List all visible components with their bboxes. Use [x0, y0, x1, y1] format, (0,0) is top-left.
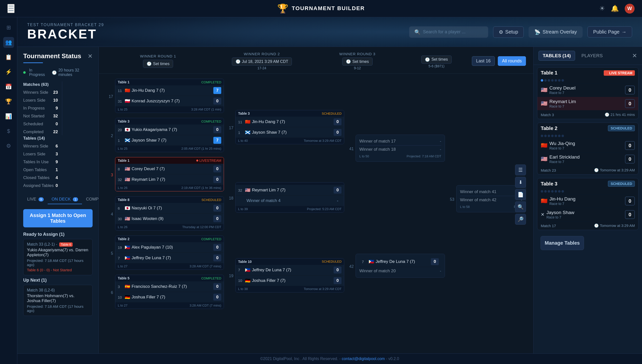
tables-header: Tables (14) [23, 135, 58, 142]
table-1-footer: Match 3 🕐 21 hrs 41 mins [537, 110, 638, 119]
table-3-player-1-info: 🇨🇳 Jin-Hu Dang Race to 7 [541, 196, 625, 206]
match-group-3: 3 Table 1 LIVESTREAM 8 [106, 157, 224, 193]
search-box[interactable]: 🔍 Search for a player ... [409, 26, 488, 38]
nav-left: ☰ [8, 4, 15, 13]
table-1-name: Table 1 [541, 70, 557, 76]
table-3-p1-score: 0 [625, 196, 635, 206]
right-panel-close-button[interactable]: ✕ [632, 52, 637, 59]
round-1-set-times[interactable]: 🕐Set times [143, 60, 173, 68]
sidebar-icon-dollar[interactable]: $ [3, 126, 14, 136]
table-1-match-info: Match 3 [541, 113, 554, 117]
match-6-player-2: 10 🇩🇪 Joshua Filler 7 (7) 0 [115, 292, 224, 302]
bracket-col-1: 17 Table 1 COMPLETED 11 🇨🇳 Jin-Hu Dang 7… [106, 79, 224, 310]
ready-match-card: Match 33 (L2-1) - Table 6 Yukio Akagariy… [23, 239, 93, 275]
tab-complete[interactable]: COMPLETE 22 [82, 195, 99, 204]
table-1-p2-score: 0 [625, 99, 635, 108]
table-card-3: Table 3 SCHEDULED [537, 178, 638, 230]
match-group-2: 2 Table 3 COMPLETED 20 🇯🇵 Yukio Akagariy… [106, 118, 224, 154]
theme-toggle-icon[interactable]: ☀ [599, 5, 605, 12]
stream-overlay-button[interactable]: 📡 Stream Overlay [529, 26, 582, 38]
winner-block-42: 7 🇵🇭 Jeffrey De Luna 7 (7) 0 Winner of m… [356, 254, 445, 278]
table-2-match-info: Match 23 [541, 168, 556, 172]
hamburger-icon[interactable]: ☰ [8, 4, 15, 13]
table-3-match-info: Match 17 [541, 224, 556, 228]
notification-icon[interactable]: 🔔 [611, 5, 619, 12]
bracket-col-3: 41 Winner of match 17 - Winner of match … [347, 79, 445, 310]
table-2-player-2-info: 🇺🇸 Earl Strickland Race to 7 [541, 154, 625, 164]
table-losers-side-row: Losers Side 3 [23, 151, 58, 157]
match-group-1: 17 Table 1 COMPLETED 11 🇨🇳 Jin-Hu Dang 7… [106, 79, 224, 114]
table-2-header: Table 2 SCHEDULED [537, 123, 638, 133]
status-indicator [23, 71, 26, 74]
table-1-player-2-info: 🇺🇸 Reymart Lim Race to 7 [541, 99, 625, 108]
avatar[interactable]: W [625, 4, 634, 14]
public-page-button[interactable]: Public Page → [587, 26, 632, 38]
match-5-footer: L to 27 3:28 AM CDT (7 mins) [115, 264, 224, 270]
match-4-status: SCHEDULED [201, 198, 221, 202]
match-group-5: 5 Table 2 COMPLETED 19 🇵🇭 Alex Pagulayan… [106, 236, 224, 271]
round-2-date[interactable]: 🕐Jul 18, 2021 3:29 AM CDT [232, 58, 292, 66]
round-4-set-times[interactable]: 🕐Set times [421, 56, 452, 64]
tab-on-deck[interactable]: ON DECK 1 [48, 195, 82, 204]
tool-document-button[interactable]: 📄 [515, 189, 526, 200]
right-panel-content[interactable]: Table 1 LIVE STREAM [534, 65, 642, 354]
match-group-53: 53 Winner of match 41 - Winner of match … [448, 185, 526, 214]
table-1-player-2-details: Reymart Lim Race to 7 [549, 99, 576, 108]
tool-search-button[interactable]: 🔍 [515, 202, 526, 212]
setup-button[interactable]: ⚙ Setup [493, 26, 524, 38]
match-19-header: Table 10 SCHEDULED [236, 258, 344, 265]
match-1-player-1: 11 🇨🇳 Jin-Hu Dang 7 (7) 7 [115, 85, 224, 96]
assign-match-button[interactable]: Assign 1 Match to Open Tables [23, 209, 93, 228]
tab-players-button[interactable]: PLAYERS [578, 51, 607, 60]
sidebar-icon-calendar[interactable]: 📅 [3, 82, 14, 92]
footer-contact-link[interactable]: contact@digitalpool.com [342, 356, 385, 361]
bracket-area[interactable]: WINNER ROUND 1 🕐Set times WINNER ROUND 2… [99, 47, 533, 354]
table-3-player-2-row: ✕ Jayson Shaw Race to 7 0 [537, 208, 638, 221]
match-18-header [236, 182, 344, 185]
panel-title: Tournament Status [23, 52, 81, 60]
match-17-player-1: 11 🇨🇳 Jin-Hu Dang 7 (7) 0 [236, 117, 344, 127]
sidebar-icon-lightning[interactable]: ⚡ [3, 66, 14, 78]
tool-download-button[interactable]: ⬇ [515, 177, 526, 188]
matches-header: Matches (63) [23, 82, 58, 88]
sidebar-icon-chart[interactable]: 📊 [3, 111, 14, 122]
manage-tables-button[interactable]: Manage Tables [541, 236, 584, 250]
scheduled-row: Scheduled 0 [23, 121, 58, 127]
table-3-player-1-row: 🇨🇳 Jin-Hu Dang Race to 7 0 [537, 194, 638, 208]
tool-list-button[interactable]: ☰ [515, 164, 526, 175]
table-1-player-1-row: 🇺🇸 Corey Deuel Race to 7 0 [537, 83, 638, 97]
round-3-label: WINNER ROUND 3 [316, 52, 399, 56]
match-block-2: Table 3 COMPLETED 20 🇯🇵 Yukio Akagariyam… [115, 118, 224, 152]
clock-icon: 🕐 [52, 70, 57, 75]
match-6-footer: L to 27 3:28 AM CDT (7 mins) [115, 302, 224, 309]
all-rounds-button[interactable]: All rounds [498, 56, 526, 66]
table-card-2: Table 2 SCHEDULED [537, 122, 638, 174]
match-17-header: Table 3 SCHEDULED [236, 110, 344, 117]
tab-tables-button[interactable]: TABLES (14) [539, 51, 575, 61]
table-2-p1-name: Wu Jia-Qing [549, 141, 575, 146]
matches-stats: Matches (63) Winners Side 23 Losers Side… [23, 82, 58, 135]
sidebar-icon-settings[interactable]: ⚙ [3, 140, 14, 152]
sidebar-icon-trophy[interactable]: 🏆 [3, 96, 14, 107]
panel-close-button[interactable]: ✕ [88, 53, 93, 60]
table-3-p1-name: Jin-Hu Dang [549, 196, 576, 202]
tool-zoom-button[interactable]: 🔎 [515, 214, 526, 225]
header-banner: TEST TOURNAMENT BRACKET 29 BRACKET 🔍 Sea… [17, 17, 642, 47]
search-placeholder: Search for a player ... [423, 29, 466, 34]
status-time: 🕐 20 hours 32 minutes [52, 68, 93, 77]
round-3-set-times[interactable]: 🕐Set times [342, 58, 373, 66]
table-3-p1-race: Race to 7 [549, 202, 576, 206]
clock-icon: 🕐 [147, 62, 152, 66]
tab-live[interactable]: LIVE 9 [23, 195, 48, 204]
table-2-footer: Match 23 🕐 Tomorrow at 3:29 AM [537, 166, 638, 174]
sidebar-icon-bracket[interactable]: 📋 [3, 52, 14, 63]
sidebar-icon-dashboard[interactable]: ⊞ [3, 22, 14, 33]
match-1-status: COMPLETED [201, 80, 221, 84]
sidebar-icon-tournament[interactable]: 👥 [3, 37, 14, 48]
last-16-button[interactable]: Last 16 [472, 56, 495, 66]
table-card-1: Table 1 LIVE STREAM [537, 67, 638, 119]
match-6-header: Table 5 COMPLETED [115, 275, 224, 282]
match-6-table: Table 5 [118, 276, 129, 280]
table-2-p2-race: Race to 7 [549, 160, 580, 164]
match-17-table: Table 3 [238, 112, 250, 116]
